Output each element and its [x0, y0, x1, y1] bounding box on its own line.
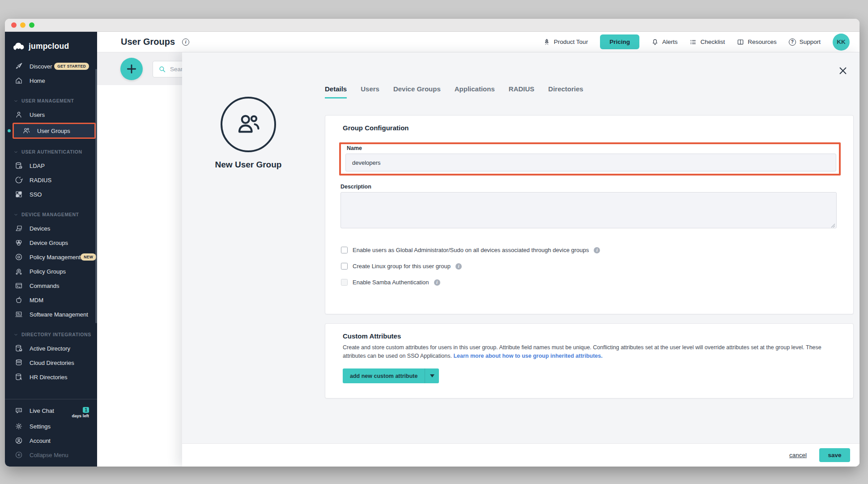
- sidebar-item-user-groups[interactable]: User Groups: [13, 123, 96, 139]
- user-avatar[interactable]: KK: [833, 34, 850, 51]
- tab-applications[interactable]: Applications: [455, 85, 495, 99]
- sidebar-item-collapse-menu[interactable]: Collapse Menu: [5, 448, 97, 462]
- checklist-label: Checklist: [700, 39, 725, 45]
- sidebar-item-sso[interactable]: SSO: [5, 187, 97, 201]
- tab-radius[interactable]: RADIUS: [509, 85, 535, 99]
- sidebar-section-directory-integrations[interactable]: DIRECTORY INTEGRATIONS: [5, 328, 97, 341]
- sidebar-item-label: Account: [30, 437, 51, 444]
- description-label: Description: [340, 184, 371, 190]
- zoom-window-button[interactable]: [29, 22, 34, 28]
- triangle-down-icon: [430, 374, 434, 377]
- pricing-button[interactable]: Pricing: [600, 34, 639, 49]
- sidebar-item-software-management[interactable]: Software Management: [5, 307, 97, 321]
- venn-icon: [15, 239, 23, 247]
- cancel-button[interactable]: cancel: [789, 452, 807, 458]
- add-custom-attribute-label: add new custom attribute: [343, 373, 425, 379]
- tab-directories[interactable]: Directories: [548, 85, 583, 99]
- page-info-icon[interactable]: i: [182, 39, 189, 46]
- close-panel-button[interactable]: [838, 66, 848, 76]
- terminal-icon: [15, 282, 23, 290]
- support-button[interactable]: ? Support: [789, 39, 821, 46]
- chevron-down-icon: [14, 150, 18, 154]
- group-name-input[interactable]: [345, 154, 836, 171]
- product-tour-button[interactable]: Product Tour: [543, 39, 588, 46]
- info-icon[interactable]: i: [594, 247, 600, 253]
- sidebar-item-label: User Groups: [37, 128, 70, 134]
- user-group-avatar: [221, 97, 276, 152]
- chevron-down-icon: [14, 333, 18, 337]
- sidebar-item-devices[interactable]: Devices: [5, 221, 97, 236]
- sidebar-item-label: SSO: [30, 191, 42, 198]
- linux-group-checkbox-row: Create Linux group for this user group i: [341, 263, 462, 270]
- sidebar-item-label: Users: [30, 111, 45, 118]
- inherited-attributes-link[interactable]: Learn more about how to use group inheri…: [453, 353, 602, 359]
- sidebar-item-commands[interactable]: Commands: [5, 278, 97, 293]
- sidebar-item-home[interactable]: Home: [5, 73, 97, 88]
- sidebar-item-label: Active Directory: [30, 345, 70, 352]
- textarea-resize-grip[interactable]: [830, 222, 835, 227]
- main-area: User Groups i Product Tour Pricing Alert…: [97, 32, 859, 467]
- sidebar-section-user-authentication[interactable]: USER AUTHENTICATION: [5, 145, 97, 158]
- sidebar-item-discover[interactable]: Discover GET STARTED: [5, 59, 97, 73]
- tab-device-groups[interactable]: Device Groups: [393, 85, 441, 99]
- add-user-group-button[interactable]: [120, 58, 143, 80]
- close-window-button[interactable]: [11, 22, 17, 28]
- custom-attributes-card: Custom Attributes Create and store custo…: [325, 323, 854, 398]
- sidebar-item-hr-directories[interactable]: HR Directories: [5, 370, 97, 384]
- sidebar-item-users[interactable]: Users: [5, 107, 97, 122]
- custom-attributes-heading: Custom Attributes: [343, 332, 401, 340]
- alerts-button[interactable]: Alerts: [651, 39, 678, 46]
- samba-checkbox-row: Enable Samba Authentication i: [341, 279, 440, 286]
- plus-icon: [126, 63, 137, 75]
- linux-group-checkbox[interactable]: [341, 263, 348, 270]
- active-indicator-dot: [8, 129, 11, 133]
- tab-users[interactable]: Users: [361, 85, 379, 99]
- sidebar-item-label: Settings: [30, 423, 51, 430]
- close-icon: [838, 66, 848, 76]
- days-count-badge: 1: [83, 407, 89, 413]
- info-icon[interactable]: i: [434, 279, 440, 286]
- sidebar-item-account[interactable]: Account: [5, 433, 97, 448]
- product-tour-rocket-icon: [543, 39, 550, 46]
- support-label: Support: [800, 39, 821, 45]
- jumpcloud-logo[interactable]: jumpcloud: [5, 32, 97, 56]
- sidebar-item-policy-groups[interactable]: Policy Groups: [5, 264, 97, 278]
- checklist-icon: [689, 39, 697, 46]
- sidebar-nav: Discover GET STARTED Home USER MANAGEMEN…: [5, 56, 97, 394]
- sidebar-item-settings[interactable]: Settings: [5, 419, 97, 433]
- sidebar-item-policy-management[interactable]: Policy Management NEW: [5, 250, 97, 264]
- gear-icon: [15, 422, 23, 430]
- sidebar-item-live-chat[interactable]: Live Chat 1 days left: [5, 402, 97, 419]
- sidebar-section-user-management[interactable]: USER MANAGEMENT: [5, 94, 97, 107]
- sidebar-item-radius[interactable]: RADIUS: [5, 173, 97, 187]
- resources-button[interactable]: Resources: [737, 39, 777, 46]
- sidebar-item-label: MDM: [30, 297, 43, 304]
- checklist-button[interactable]: Checklist: [689, 39, 725, 46]
- sidebar-item-cloud-directories[interactable]: Cloud Directories: [5, 356, 97, 370]
- collapse-arrow-icon: [15, 451, 23, 459]
- user-group-icon: [22, 127, 30, 135]
- resources-label: Resources: [748, 39, 777, 45]
- dropdown-arrow[interactable]: [425, 368, 439, 383]
- global-admin-checkbox-row: Enable users as Global Administrator/Sud…: [341, 247, 600, 253]
- sidebar-item-label: RADIUS: [30, 177, 51, 184]
- info-icon[interactable]: i: [455, 263, 462, 270]
- apple-icon: [15, 296, 23, 304]
- sidebar-section-security-management[interactable]: SECURITY MANAGEMENT: [5, 390, 97, 394]
- sidebar-item-device-groups[interactable]: Device Groups: [5, 236, 97, 250]
- global-admin-checkbox[interactable]: [341, 247, 348, 253]
- samba-label: Enable Samba Authentication: [353, 279, 429, 286]
- chat-icon: [15, 407, 23, 415]
- sidebar-item-active-directory[interactable]: Active Directory: [5, 341, 97, 356]
- save-button[interactable]: save: [819, 448, 850, 462]
- sidebar-section-device-management[interactable]: DEVICE MANAGEMENT: [5, 208, 97, 221]
- minimize-window-button[interactable]: [20, 22, 26, 28]
- database-directory-icon: [15, 344, 23, 352]
- group-description-textarea[interactable]: [340, 192, 837, 228]
- sidebar-item-ldap[interactable]: LDAP: [5, 158, 97, 173]
- add-custom-attribute-button[interactable]: add new custom attribute: [343, 368, 439, 383]
- sidebar-item-mdm[interactable]: MDM: [5, 293, 97, 307]
- panel-footer: cancel save: [182, 443, 859, 467]
- search-icon: [158, 65, 166, 73]
- tab-details[interactable]: Details: [325, 85, 347, 99]
